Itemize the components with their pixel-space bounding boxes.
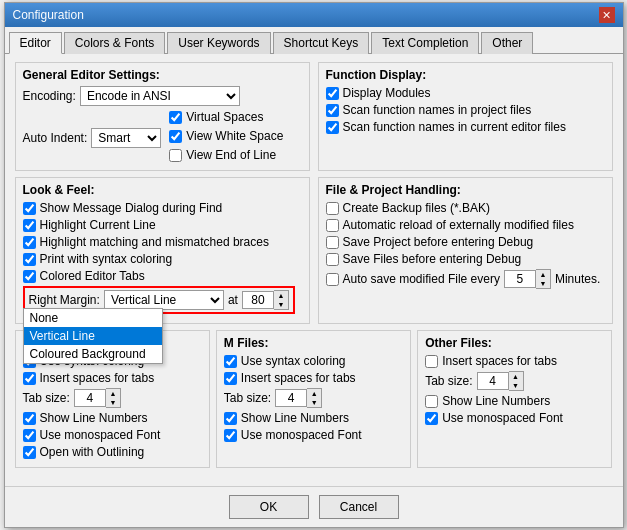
- file-project-section: File & Project Handling: Create Backup f…: [318, 177, 613, 324]
- view-white-space-label: View White Space: [186, 129, 283, 143]
- auto-save-spinner-up[interactable]: ▲: [536, 270, 550, 279]
- m-syntax-checkbox[interactable]: [224, 355, 237, 368]
- scan-project-label: Scan function names in project files: [343, 103, 532, 117]
- editor-content: General Editor Settings: Encoding: Encod…: [5, 54, 623, 482]
- cpp-outlining-checkbox[interactable]: [23, 446, 36, 459]
- tab-other[interactable]: Other: [481, 32, 533, 54]
- general-title: General Editor Settings:: [23, 68, 302, 82]
- auto-save-spinner-down[interactable]: ▼: [536, 279, 550, 288]
- print-syntax-checkbox[interactable]: [23, 253, 36, 266]
- other-insert-spaces-checkbox[interactable]: [425, 355, 438, 368]
- cancel-button[interactable]: Cancel: [319, 495, 399, 519]
- other-line-numbers-row: Show Line Numbers: [425, 394, 604, 408]
- scan-project-checkbox[interactable]: [326, 104, 339, 117]
- save-files-checkbox[interactable]: [326, 253, 339, 266]
- tab-user-keywords[interactable]: User Keywords: [167, 32, 270, 54]
- ok-button[interactable]: OK: [229, 495, 309, 519]
- show-message-checkbox[interactable]: [23, 202, 36, 215]
- highlight-matching-checkbox[interactable]: [23, 236, 36, 249]
- at-label: at: [228, 293, 238, 307]
- display-modules-checkbox[interactable]: [326, 87, 339, 100]
- create-backup-label: Create Backup files (*.BAK): [343, 201, 490, 215]
- auto-reload-checkbox[interactable]: [326, 219, 339, 232]
- cpp-line-numbers-row: Show Line Numbers: [23, 411, 202, 425]
- other-tab-up[interactable]: ▲: [509, 372, 523, 381]
- spinner-down[interactable]: ▼: [274, 300, 288, 309]
- tab-colors-fonts[interactable]: Colors & Fonts: [64, 32, 165, 54]
- create-backup-row: Create Backup files (*.BAK): [326, 201, 605, 215]
- cpp-tab-up[interactable]: ▲: [106, 389, 120, 398]
- cpp-tab-down[interactable]: ▼: [106, 398, 120, 407]
- view-end-of-line-label: View End of Line: [186, 148, 276, 162]
- virtual-checkboxes: Virtual Spaces View White Space View End…: [169, 110, 283, 165]
- cpp-tab-input[interactable]: [74, 389, 106, 407]
- cpp-monospaced-label: Use monospaced Font: [40, 428, 161, 442]
- spinner-up[interactable]: ▲: [274, 291, 288, 300]
- dialog-title: Configuration: [13, 8, 84, 22]
- m-syntax-row: Use syntax coloring: [224, 354, 403, 368]
- cpp-monospaced-row: Use monospaced Font: [23, 428, 202, 442]
- create-backup-checkbox[interactable]: [326, 202, 339, 215]
- other-line-numbers-checkbox[interactable]: [425, 395, 438, 408]
- other-tab-input[interactable]: [477, 372, 509, 390]
- view-white-space-checkbox[interactable]: [169, 130, 182, 143]
- tab-editor[interactable]: Editor: [9, 32, 62, 54]
- m-files-col: M Files: Use syntax coloring Insert spac…: [216, 330, 411, 468]
- m-tab-spinner: ▲ ▼: [275, 388, 322, 408]
- print-syntax-row: Print with syntax coloring: [23, 252, 302, 266]
- tab-text-completion[interactable]: Text Completion: [371, 32, 479, 54]
- auto-indent-select[interactable]: Smart None: [91, 128, 161, 148]
- m-insert-spaces-checkbox[interactable]: [224, 372, 237, 385]
- margin-option-vertical[interactable]: Vertical Line: [24, 327, 162, 345]
- encoding-select[interactable]: Encode in ANSI Encode in UTF-8: [80, 86, 240, 106]
- other-monospaced-checkbox[interactable]: [425, 412, 438, 425]
- other-tab-size-row: Tab size: ▲ ▼: [425, 371, 604, 391]
- right-margin-spinner: ▲ ▼: [242, 290, 289, 310]
- margin-option-none[interactable]: None: [24, 309, 162, 327]
- virtual-spaces-row: Virtual Spaces: [169, 110, 283, 124]
- save-project-checkbox[interactable]: [326, 236, 339, 249]
- print-syntax-label: Print with syntax coloring: [40, 252, 173, 266]
- show-message-row: Show Message Dialog during Find: [23, 201, 302, 215]
- auto-reload-label: Automatic reload of externally modified …: [343, 218, 574, 232]
- m-monospaced-label: Use monospaced Font: [241, 428, 362, 442]
- highlight-current-row: Highlight Current Line: [23, 218, 302, 232]
- m-tab-up[interactable]: ▲: [307, 389, 321, 398]
- m-syntax-label: Use syntax coloring: [241, 354, 346, 368]
- m-tab-input[interactable]: [275, 389, 307, 407]
- m-monospaced-checkbox[interactable]: [224, 429, 237, 442]
- general-group: General Editor Settings: Encoding: Encod…: [15, 62, 613, 171]
- view-end-of-line-checkbox[interactable]: [169, 149, 182, 162]
- scan-current-checkbox[interactable]: [326, 121, 339, 134]
- m-insert-spaces-row: Insert spaces for tabs: [224, 371, 403, 385]
- view-end-of-line-row: View End of Line: [169, 148, 283, 162]
- view-white-space-row: View White Space: [169, 129, 283, 143]
- m-tab-size-row: Tab size: ▲ ▼: [224, 388, 403, 408]
- auto-save-label: Auto save modified File every: [343, 272, 500, 286]
- right-margin-value-input[interactable]: [242, 291, 274, 309]
- colored-tabs-row: Colored Editor Tabs: [23, 269, 302, 283]
- margin-option-colored[interactable]: Coloured Background: [24, 345, 162, 363]
- virtual-spaces-checkbox[interactable]: [169, 111, 182, 124]
- indent-row: Auto Indent: Smart None Virtual Spaces V…: [23, 110, 302, 165]
- other-tab-spinner: ▲ ▼: [477, 371, 524, 391]
- cpp-monospaced-checkbox[interactable]: [23, 429, 36, 442]
- other-tab-down[interactable]: ▼: [509, 381, 523, 390]
- m-tab-down[interactable]: ▼: [307, 398, 321, 407]
- close-button[interactable]: ✕: [599, 7, 615, 23]
- cpp-line-numbers-checkbox[interactable]: [23, 412, 36, 425]
- auto-save-checkbox[interactable]: [326, 273, 339, 286]
- cpp-insert-spaces-checkbox[interactable]: [23, 372, 36, 385]
- tab-shortcut-keys[interactable]: Shortcut Keys: [273, 32, 370, 54]
- right-margin-select[interactable]: Vertical Line None Coloured Background: [104, 290, 224, 310]
- other-tab-size-label: Tab size:: [425, 374, 472, 388]
- other-line-numbers-label: Show Line Numbers: [442, 394, 550, 408]
- auto-save-value-input[interactable]: [504, 270, 536, 288]
- cpp-insert-spaces-row: Insert spaces for tabs: [23, 371, 202, 385]
- m-line-numbers-checkbox[interactable]: [224, 412, 237, 425]
- cpp-line-numbers-label: Show Line Numbers: [40, 411, 148, 425]
- colored-tabs-checkbox[interactable]: [23, 270, 36, 283]
- encoding-row: Encoding: Encode in ANSI Encode in UTF-8: [23, 86, 302, 106]
- highlight-current-checkbox[interactable]: [23, 219, 36, 232]
- other-files-title: Other Files:: [425, 336, 604, 350]
